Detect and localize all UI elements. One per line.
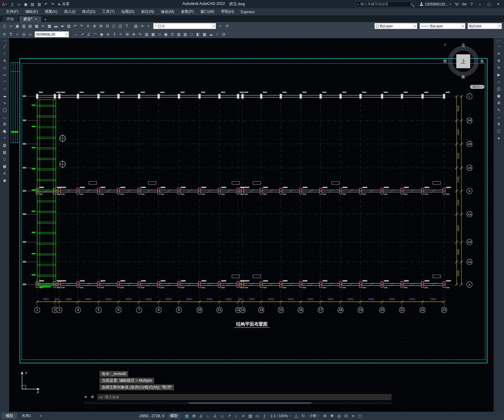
lineweight-display-icon[interactable]: ≡ bbox=[240, 413, 247, 419]
menu-item-5[interactable]: 格式(O) bbox=[79, 8, 99, 15]
search-icon[interactable] bbox=[411, 3, 413, 6]
menu-item-1[interactable]: 文件(F) bbox=[2, 8, 22, 15]
minimize-button[interactable]: – bbox=[475, 0, 484, 8]
show-motion-icon[interactable]: ▶ bbox=[495, 71, 502, 78]
construction-line-icon[interactable]: ∕ bbox=[1, 50, 8, 57]
menu-item-7[interactable]: 绘图(D) bbox=[118, 8, 138, 15]
autodesk-apps-icon[interactable]: A▾ bbox=[460, 0, 468, 8]
hatch-icon[interactable]: ▨ bbox=[1, 142, 8, 148]
qsave-icon[interactable]: ▣ bbox=[22, 1, 29, 7]
grid-display-icon[interactable]: ▦ bbox=[184, 413, 191, 419]
dim-radius-icon[interactable]: ◉ bbox=[98, 31, 105, 37]
maximize-button[interactable]: ▢ bbox=[484, 0, 494, 8]
match-properties-icon[interactable]: ▰ bbox=[59, 23, 66, 29]
tab-close-icon[interactable]: ✕ bbox=[35, 18, 37, 21]
field-icon[interactable]: ▭ bbox=[156, 31, 163, 37]
app-store-cart-icon[interactable] bbox=[453, 0, 460, 8]
properties-icon[interactable]: ▢ bbox=[111, 23, 117, 29]
autoscale-icon[interactable]: ↻ bbox=[300, 413, 307, 419]
isolate-objects-icon[interactable]: ◎ bbox=[335, 413, 343, 419]
display-box-icon[interactable]: ▢ bbox=[495, 128, 502, 134]
compass-south[interactable]: 南 bbox=[461, 74, 465, 80]
chevron-down-icon[interactable]: ▾ bbox=[212, 23, 214, 29]
menu-item-10[interactable]: 参数(P) bbox=[178, 8, 197, 15]
units-button[interactable]: 小数 ▾ bbox=[307, 413, 321, 418]
zoom-extents-icon[interactable]: ⊕ bbox=[495, 57, 502, 64]
dynamic-ucs-icon[interactable]: ∥ bbox=[261, 413, 268, 419]
zoom-window-icon[interactable]: ⊞ bbox=[98, 23, 104, 29]
qnew-icon[interactable]: ▯ bbox=[1, 23, 8, 29]
revision-cloud-icon[interactable]: ☁ bbox=[208, 31, 214, 37]
menu-item-13[interactable]: Express bbox=[237, 8, 258, 15]
workspace-switching-icon[interactable]: ⚙ bbox=[321, 413, 328, 419]
snap-mode-icon[interactable]: ⊞ bbox=[191, 413, 198, 419]
orbit-icon[interactable]: ↻ bbox=[495, 64, 502, 71]
new-tab-button[interactable]: + bbox=[42, 17, 48, 22]
clean-screen-icon[interactable]: ▢ bbox=[357, 413, 364, 419]
revision-cloud-icon[interactable]: ☁ bbox=[1, 93, 8, 99]
mtext-icon[interactable]: ¶ bbox=[8, 31, 14, 37]
graphics-performance-icon[interactable]: ⊡ bbox=[343, 413, 350, 419]
menu-item-3[interactable]: 视图(V) bbox=[41, 8, 61, 15]
color-tool-icon[interactable]: ◉ bbox=[1, 177, 8, 184]
qsave-icon[interactable]: ▣ bbox=[14, 23, 21, 29]
drawing-canvas[interactable]: 5400600540060006000600060006000600060005… bbox=[9, 38, 494, 412]
spline-icon[interactable]: ∿ bbox=[1, 100, 8, 106]
ellipse-icon[interactable]: ◯ bbox=[1, 107, 8, 113]
table-icon[interactable]: ▦ bbox=[1, 163, 8, 169]
copy-icon[interactable]: ▩ bbox=[46, 23, 53, 29]
view-compass[interactable]: ⌂ 北 南 西 东 上 bbox=[445, 43, 481, 79]
compass-west[interactable]: 西 bbox=[443, 59, 447, 64]
viewport-config-icon[interactable]: ⊞ bbox=[495, 100, 502, 106]
layer-isolate-icon[interactable]: ◐ bbox=[146, 23, 152, 29]
view-manager-icon[interactable]: ◫ bbox=[495, 85, 502, 92]
zoom-previous-icon[interactable]: ⊟ bbox=[104, 23, 111, 29]
command-input[interactable]: ▸▾ 键入命令 bbox=[97, 394, 392, 400]
pan-icon[interactable]: ✛ bbox=[85, 23, 91, 29]
navigation-wheel-icon[interactable]: ◔ bbox=[495, 43, 502, 50]
object-snap-tracking-icon[interactable]: ↗ bbox=[226, 413, 233, 419]
ortho-mode-icon[interactable]: ∟ bbox=[205, 413, 212, 419]
text-style-dropdown[interactable]: NORMAL30 ▾ bbox=[35, 31, 69, 37]
dim-ordinate-icon[interactable]: ↧ bbox=[111, 31, 118, 37]
wipeout-icon[interactable]: ▩ bbox=[201, 31, 208, 37]
redo-icon[interactable]: ↷ bbox=[78, 23, 85, 29]
dim-diameter-icon[interactable]: ⊘ bbox=[105, 31, 111, 37]
rectangle-icon[interactable]: ▭ bbox=[1, 71, 8, 78]
layer-states-icon[interactable]: ☀ bbox=[139, 23, 146, 29]
polar-tracking-icon[interactable]: ∡ bbox=[212, 413, 219, 419]
qnew-icon[interactable]: ▯ bbox=[9, 1, 16, 7]
polygon-icon[interactable]: ◇ bbox=[1, 64, 8, 71]
dim-aligned-icon[interactable]: ↗ bbox=[79, 31, 85, 37]
tilt-view-icon[interactable]: ⇅ bbox=[495, 121, 502, 127]
object-snap-icon[interactable]: ⊥ bbox=[233, 413, 240, 419]
save-as-icon[interactable]: ▤ bbox=[29, 1, 36, 7]
annotation-visibility-icon[interactable]: △ bbox=[293, 413, 300, 419]
hatch-icon[interactable]: ▨ bbox=[176, 31, 182, 37]
annotation-monitor-icon[interactable]: ✚ bbox=[328, 413, 335, 419]
layout-tab-layout1[interactable]: 布局1 bbox=[18, 413, 35, 419]
measure-icon[interactable]: ∕ bbox=[214, 31, 221, 37]
quick-calc-icon[interactable]: ⊟ bbox=[221, 31, 227, 37]
scrollbar-thumb[interactable] bbox=[188, 402, 312, 404]
paste-icon[interactable]: ▬ bbox=[53, 23, 59, 29]
menu-item-11[interactable]: 窗口(W) bbox=[197, 8, 218, 15]
menu-item-8[interactable]: 标注(N) bbox=[138, 8, 157, 15]
zoom-realtime-icon[interactable]: ⊕ bbox=[91, 23, 98, 29]
layer-properties-icon[interactable]: ▤ bbox=[133, 23, 139, 29]
menu-item-12[interactable]: 帮助(H) bbox=[218, 8, 237, 15]
polyline-icon[interactable]: ↯ bbox=[1, 57, 8, 64]
gradient-icon[interactable]: ▧ bbox=[1, 149, 8, 155]
home-view-icon[interactable]: ⌂ bbox=[495, 78, 502, 85]
publish-icon[interactable]: ▦ bbox=[33, 23, 40, 29]
linetype-dropdown[interactable]: ByLayer ▾ bbox=[419, 23, 465, 29]
toolbar-grip[interactable] bbox=[496, 40, 502, 41]
customize-command-icon[interactable]: ⚙ bbox=[90, 395, 95, 399]
dim-edit-icon[interactable]: ✎ bbox=[137, 31, 143, 37]
plot-preview-icon[interactable]: ▤ bbox=[27, 23, 33, 29]
plot-style-dropdown[interactable]: ByColor ▾ bbox=[468, 23, 502, 29]
undo-icon[interactable]: ↶ bbox=[72, 23, 78, 29]
toolbar-grip[interactable] bbox=[2, 40, 7, 41]
insert-block-icon[interactable]: ⊡ bbox=[169, 31, 176, 37]
pan-icon[interactable]: ✛ bbox=[495, 50, 502, 57]
